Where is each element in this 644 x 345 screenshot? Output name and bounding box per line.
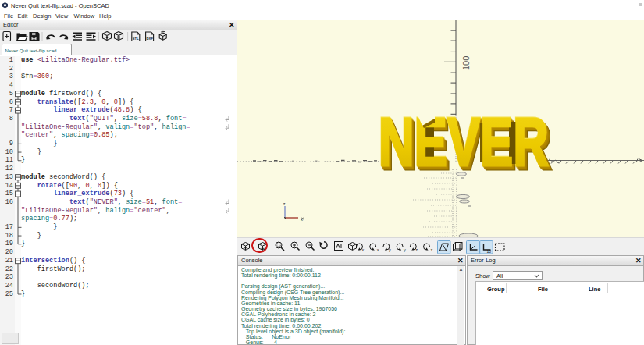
svg-text:y: y — [389, 247, 391, 252]
svg-text:z: z — [431, 247, 433, 252]
svg-text:100: 100 — [461, 56, 471, 70]
svg-text:x: x — [377, 247, 379, 252]
svg-text:z: z — [415, 247, 418, 252]
svg-text:x: x — [362, 247, 365, 252]
svg-text:NEVER: NEVER — [379, 103, 549, 180]
svg-text:DXF: DXF — [147, 37, 154, 41]
svg-text:STL: STL — [133, 37, 139, 41]
svg-text:10: 10 — [487, 249, 492, 254]
svg-text:z: z — [283, 201, 286, 206]
svg-text:y: y — [404, 247, 406, 252]
